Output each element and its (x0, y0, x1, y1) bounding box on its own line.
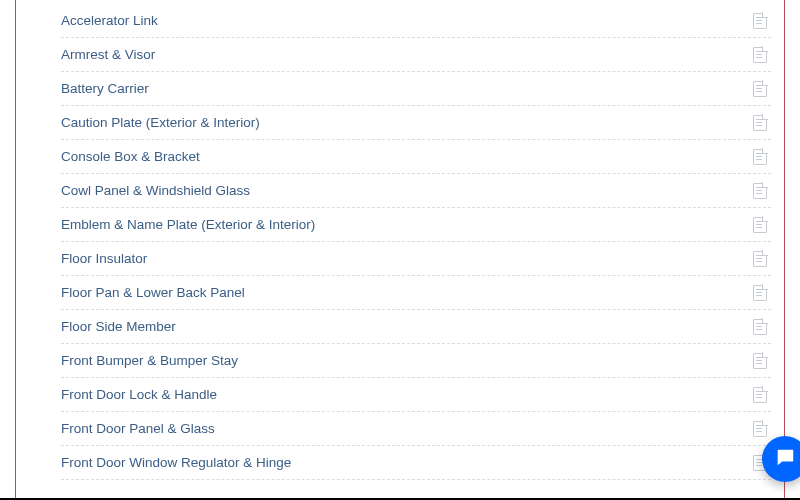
document-icon (753, 353, 767, 369)
list-item[interactable]: Floor Side Member (61, 310, 771, 344)
document-icon (753, 421, 767, 437)
category-link[interactable]: Emblem & Name Plate (Exterior & Interior… (61, 217, 315, 232)
category-link[interactable]: Front Door Lock & Handle (61, 387, 217, 402)
list-item[interactable]: Front Bumper & Bumper Stay (61, 344, 771, 378)
chat-bubble-icon (774, 446, 796, 472)
category-link[interactable]: Floor Insulator (61, 251, 147, 266)
document-icon (753, 387, 767, 403)
list-item[interactable]: Front Door Panel & Glass (61, 412, 771, 446)
category-link[interactable]: Front Door Panel & Glass (61, 421, 215, 436)
list-item[interactable]: Caution Plate (Exterior & Interior) (61, 106, 771, 140)
list-item[interactable]: Accelerator Link (61, 4, 771, 38)
document-icon (753, 217, 767, 233)
category-link[interactable]: Battery Carrier (61, 81, 149, 96)
category-link[interactable]: Floor Pan & Lower Back Panel (61, 285, 245, 300)
category-link[interactable]: Front Door Window Regulator & Hinge (61, 455, 291, 470)
category-list: Accelerator LinkArmrest & VisorBattery C… (61, 4, 771, 480)
list-item[interactable]: Front Door Lock & Handle (61, 378, 771, 412)
list-item[interactable]: Cowl Panel & Windshield Glass (61, 174, 771, 208)
list-item[interactable]: Emblem & Name Plate (Exterior & Interior… (61, 208, 771, 242)
content-panel: Accelerator LinkArmrest & VisorBattery C… (15, 0, 785, 500)
chat-button[interactable] (762, 436, 800, 482)
list-item[interactable]: Front Door Window Regulator & Hinge (61, 446, 771, 480)
category-link[interactable]: Console Box & Bracket (61, 149, 200, 164)
document-icon (753, 183, 767, 199)
category-link[interactable]: Cowl Panel & Windshield Glass (61, 183, 250, 198)
document-icon (753, 251, 767, 267)
document-icon (753, 149, 767, 165)
list-item[interactable]: Floor Pan & Lower Back Panel (61, 276, 771, 310)
document-icon (753, 47, 767, 63)
document-icon (753, 115, 767, 131)
list-item[interactable]: Battery Carrier (61, 72, 771, 106)
category-link[interactable]: Caution Plate (Exterior & Interior) (61, 115, 260, 130)
list-item[interactable]: Console Box & Bracket (61, 140, 771, 174)
category-link[interactable]: Front Bumper & Bumper Stay (61, 353, 238, 368)
category-link[interactable]: Accelerator Link (61, 13, 158, 28)
document-icon (753, 319, 767, 335)
list-item[interactable]: Armrest & Visor (61, 38, 771, 72)
document-icon (753, 285, 767, 301)
category-link[interactable]: Armrest & Visor (61, 47, 155, 62)
document-icon (753, 13, 767, 29)
document-icon (753, 81, 767, 97)
list-item[interactable]: Floor Insulator (61, 242, 771, 276)
category-link[interactable]: Floor Side Member (61, 319, 176, 334)
